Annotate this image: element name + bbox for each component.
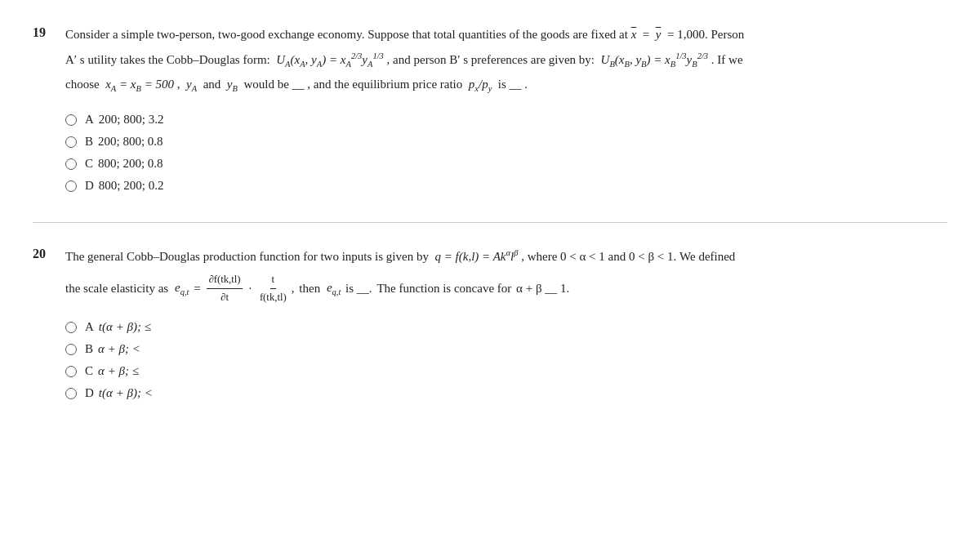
q19-line1: Consider a simple two-person, two-good e…	[65, 24, 744, 46]
q19-line3: choose xA = xB = 500 , yA and yB would b…	[65, 74, 744, 96]
q19-math-xbar: x	[631, 28, 637, 41]
q20-text-a: t(α + β); ≤	[99, 320, 151, 334]
q20-line2: the scale elasticity as eq,t = ∂f(tk,tl)…	[65, 271, 735, 307]
q19-radio-c[interactable]	[65, 158, 77, 170]
q19-ya: yA	[186, 78, 197, 91]
q19-text-d: 800; 200; 0.2	[99, 179, 164, 193]
q19-option-d[interactable]: D 800; 200; 0.2	[65, 179, 947, 193]
q19-price-ratio: px/py	[469, 78, 492, 91]
question-20-number: 20	[33, 246, 62, 261]
q20-eqt-rhs: eq,t	[327, 278, 341, 300]
q20-radio-a[interactable]	[65, 322, 77, 333]
q20-radio-c[interactable]	[65, 366, 77, 377]
question-20-header: 20 The general Cobb–Douglas production f…	[33, 246, 947, 307]
section-divider	[33, 222, 947, 223]
q20-radio-d[interactable]	[65, 388, 77, 399]
q20-scale-label: the scale elasticity as	[65, 278, 168, 300]
q20-frac2: t f(tk,tl)	[258, 271, 288, 307]
q19-option-a[interactable]: A 200; 800; 3.2	[65, 113, 947, 127]
q20-frac2-num: t	[270, 271, 277, 290]
question-19-text: Consider a simple two-person, two-good e…	[65, 24, 744, 100]
q19-math-ybar: y	[656, 28, 662, 41]
q20-label-a: A	[85, 320, 94, 334]
q20-eqt-lhs: eq,t	[175, 278, 189, 300]
q19-radio-d[interactable]	[65, 180, 77, 192]
q19-option-c[interactable]: C 800; 200; 0.8	[65, 157, 947, 171]
q20-option-d[interactable]: D t(α + β); <	[65, 386, 947, 400]
question-19: 19 Consider a simple two-person, two-goo…	[33, 24, 947, 193]
question-20-text: The general Cobb–Douglas production func…	[65, 246, 735, 307]
q20-option-b[interactable]: B α + β; <	[65, 342, 947, 356]
q20-text-b: α + β; <	[98, 342, 140, 356]
q19-label-b: B	[85, 135, 93, 149]
question-19-number: 19	[33, 24, 62, 40]
question-19-header: 19 Consider a simple two-person, two-goo…	[33, 24, 947, 100]
q20-frac1: ∂f(tk,tl) ∂t	[207, 271, 242, 307]
q20-production-fn: q = f(k,l) = Akαlβ	[434, 250, 521, 263]
q20-frac2-den: f(tk,tl)	[258, 289, 288, 307]
q19-label-a: A	[85, 113, 94, 127]
q20-frac1-den: ∂t	[219, 289, 230, 307]
q19-radio-a[interactable]	[65, 114, 77, 126]
q20-option-c[interactable]: C α + β; ≤	[65, 364, 947, 378]
q20-label-c: C	[85, 364, 93, 378]
q20-label-d: D	[85, 386, 94, 400]
q19-options: A 200; 800; 3.2 B 200; 800; 0.8 C 800; 2…	[65, 113, 947, 193]
q19-option-b[interactable]: B 200; 800; 0.8	[65, 135, 947, 149]
q20-line1: The general Cobb–Douglas production func…	[65, 246, 735, 268]
q20-frac1-num: ∂f(tk,tl)	[207, 271, 242, 290]
q19-line2: A′ s utility takes the Cobb–Douglas form…	[65, 49, 744, 72]
q20-text-d: t(α + β); <	[99, 386, 153, 400]
q19-text-a: 200; 800; 3.2	[99, 113, 164, 127]
q19-radio-b[interactable]	[65, 136, 77, 148]
q19-choose: xA = xB = 500	[105, 78, 177, 91]
q20-text-c: α + β; ≤	[98, 364, 139, 378]
q19-label-c: C	[85, 157, 93, 171]
q20-options: A t(α + β); ≤ B α + β; < C α + β; ≤ D t(…	[65, 320, 947, 400]
q19-text-b: 200; 800; 0.8	[98, 135, 163, 149]
q20-radio-b[interactable]	[65, 344, 77, 355]
question-20: 20 The general Cobb–Douglas production f…	[33, 246, 947, 400]
q20-then: then	[299, 278, 320, 300]
q20-label-b: B	[85, 342, 93, 356]
q19-ua: UA(xA, yA) = xA2/3yA1/3	[276, 53, 386, 66]
q19-label-d: D	[85, 179, 94, 193]
q19-yb: yB	[227, 78, 238, 91]
q20-option-a[interactable]: A t(α + β); ≤	[65, 320, 947, 334]
q20-concave-text: The function is concave for	[376, 278, 511, 300]
q19-ub: UB(xB, yB) = xB1/3yB2/3	[601, 53, 711, 66]
q19-text-c: 800; 200; 0.8	[98, 157, 163, 171]
